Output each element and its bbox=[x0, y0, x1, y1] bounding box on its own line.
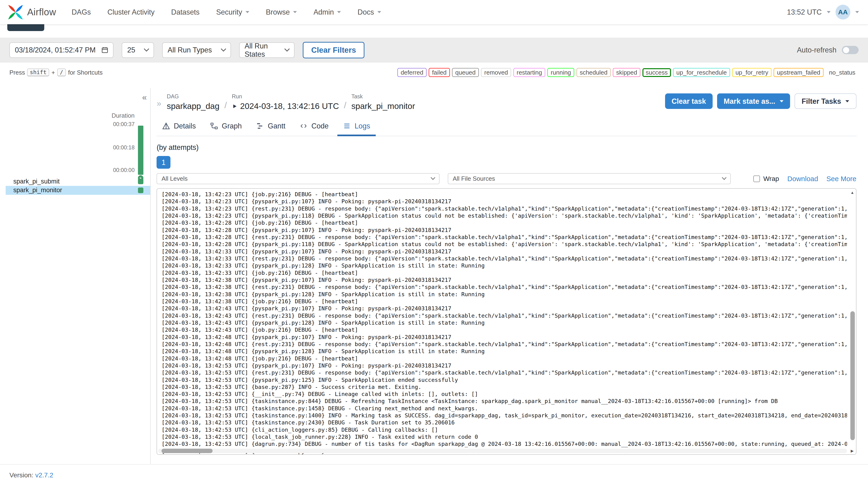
legend-badge-failed[interactable]: failed bbox=[429, 68, 450, 77]
log-line: [2024-03-18, 13:42:53 UTC] {dagrun.py:73… bbox=[161, 440, 847, 447]
logs-icon bbox=[343, 122, 351, 130]
nav-item-docs[interactable]: Docs bbox=[358, 8, 381, 16]
timezone-clock[interactable]: 13:52 UTC bbox=[787, 8, 822, 16]
task-row-spark_pi_submit[interactable]: spark_pi_submit bbox=[6, 177, 150, 186]
horizontal-scrollbar[interactable] bbox=[158, 449, 847, 453]
chevron-down-icon bbox=[246, 11, 249, 13]
legend-badge-scheduled[interactable]: scheduled bbox=[577, 68, 611, 77]
axis-tick: 00:00:00 bbox=[113, 167, 134, 173]
log-line: [2024-03-18, 13:42:28 UTC] {pyspark_pi.p… bbox=[161, 241, 847, 248]
log-line: [2024-03-18, 13:42:48 UTC] {rest.py:231}… bbox=[161, 341, 847, 348]
log-line: [2024-03-18, 13:42:53 UTC] {taskinstance… bbox=[161, 397, 847, 405]
run-states-select[interactable]: All Run States bbox=[239, 42, 294, 58]
nav-item-browse[interactable]: Browse bbox=[266, 8, 297, 16]
legend-badge-running[interactable]: running bbox=[547, 68, 574, 77]
download-link[interactable]: Download bbox=[787, 175, 818, 183]
vertical-scrollbar[interactable] bbox=[850, 195, 855, 448]
run-duration-bar[interactable] bbox=[138, 126, 144, 175]
legend-badge-queued[interactable]: queued bbox=[452, 68, 479, 77]
legend-badge-no_status[interactable]: no_status bbox=[826, 68, 859, 77]
attempt-1-button[interactable]: 1 bbox=[157, 156, 170, 169]
wrap-label: Wrap bbox=[763, 175, 779, 183]
code-icon bbox=[300, 122, 307, 130]
nav-item-admin[interactable]: Admin bbox=[314, 8, 341, 16]
shortcut-hint: Press shift + / for Shortcuts bbox=[9, 68, 103, 76]
nav-item-cluster-activity[interactable]: Cluster Activity bbox=[107, 8, 154, 16]
tab-gantt[interactable]: Gantt bbox=[251, 119, 291, 136]
legend-badge-up_for_reschedule[interactable]: up_for_reschedule bbox=[673, 68, 730, 77]
task-panel: » DAG sparkapp_dag / Run 2024-03-18, 13:… bbox=[151, 88, 863, 464]
breadcrumb-expand-icon[interactable]: » bbox=[157, 99, 161, 108]
log-line: [2024-03-18, 13:42:23 UTC] {job.py:216} … bbox=[161, 191, 847, 198]
run-types-select[interactable]: All Run Types bbox=[162, 42, 231, 58]
by-attempts-label: (by attempts) bbox=[157, 143, 856, 152]
tab-details[interactable]: Details bbox=[157, 119, 201, 136]
crumb-run-label: Run bbox=[232, 93, 339, 100]
version-link[interactable]: v2.7.2 bbox=[35, 471, 54, 479]
legend-badge-upstream_failed[interactable]: upstream_failed bbox=[774, 68, 824, 77]
tab-bar: Details Graph Gantt Code Logs bbox=[157, 119, 856, 136]
crumb-run-value: 2024-03-18, 13:42:16 UTC bbox=[232, 101, 339, 111]
task-state-square[interactable] bbox=[138, 188, 144, 193]
log-line: [2024-03-18, 13:42:38 UTC] {job.py:216} … bbox=[161, 298, 847, 305]
collapse-panel-button[interactable]: « bbox=[142, 92, 147, 102]
breadcrumb-separator: / bbox=[344, 100, 346, 110]
filter-tasks-button[interactable]: Filter Tasks bbox=[795, 93, 857, 109]
task-row-spark_pi_monitor[interactable]: spark_pi_monitor bbox=[6, 186, 150, 195]
legend-badge-deferred[interactable]: deferred bbox=[397, 68, 427, 77]
file-source-select[interactable]: All File Sources bbox=[448, 173, 731, 184]
log-line: [2024-03-18, 13:42:53 UTC] {taskinstance… bbox=[161, 412, 847, 419]
date-filter-value[interactable] bbox=[15, 46, 98, 54]
scroll-right-icon[interactable]: ▶ bbox=[851, 449, 854, 453]
page-size-select[interactable]: 25 bbox=[122, 42, 154, 58]
user-avatar[interactable]: AA bbox=[836, 5, 850, 20]
nav-item-security[interactable]: Security bbox=[216, 8, 249, 16]
task-name: spark_pi_monitor bbox=[13, 187, 62, 194]
legend-badge-success[interactable]: success bbox=[643, 68, 671, 77]
airflow-brand[interactable]: Airflow bbox=[8, 4, 56, 20]
legend-badge-up_for_retry[interactable]: up_for_retry bbox=[732, 68, 772, 77]
calendar-icon bbox=[101, 46, 108, 54]
task-name: spark_pi_submit bbox=[13, 178, 60, 185]
chevron-down-icon bbox=[827, 11, 831, 13]
log-level-select[interactable]: All Levels bbox=[157, 173, 439, 184]
clear-task-button[interactable]: Clear task bbox=[665, 93, 713, 109]
axis-tick: 00:00:37 bbox=[113, 121, 134, 128]
log-line: [2024-03-18, 13:42:28 UTC] {rest.py:231}… bbox=[161, 234, 847, 241]
scroll-up-icon[interactable]: ▲ bbox=[850, 190, 854, 195]
log-line: [2024-03-18, 13:42:48 UTC] {job.py:216} … bbox=[161, 355, 847, 362]
shift-key: shift bbox=[27, 68, 49, 76]
duration-label: Duration bbox=[112, 112, 135, 119]
version-label: Version: bbox=[9, 471, 33, 479]
log-line: [2024-03-18, 13:42:38 UTC] {rest.py:231}… bbox=[161, 284, 847, 291]
wrap-checkbox[interactable] bbox=[753, 175, 760, 182]
details-icon bbox=[162, 122, 170, 130]
vertical-scrollbar-thumb[interactable] bbox=[850, 311, 855, 440]
manual-run-icon bbox=[232, 103, 238, 109]
legend-badge-restarting[interactable]: restarting bbox=[514, 68, 545, 77]
clear-filters-button[interactable]: Clear Filters bbox=[303, 42, 365, 59]
auto-refresh-toggle[interactable] bbox=[842, 46, 859, 54]
horizontal-scrollbar-thumb[interactable] bbox=[161, 449, 212, 453]
see-more-link[interactable]: See More bbox=[826, 175, 856, 183]
nav-item-dags[interactable]: DAGs bbox=[71, 8, 91, 16]
log-line: [2024-03-18, 13:42:48 UTC] {pyspark_pi.p… bbox=[161, 348, 847, 355]
legend-badge-removed[interactable]: removed bbox=[481, 68, 511, 77]
state-legend: deferredfailedqueuedremovedrestartingrun… bbox=[397, 68, 859, 77]
date-filter-input[interactable] bbox=[9, 42, 114, 58]
task-state-square[interactable] bbox=[138, 179, 144, 184]
legend-badge-skipped[interactable]: skipped bbox=[613, 68, 640, 77]
chevron-down-icon bbox=[221, 46, 226, 52]
log-line: [2024-03-18, 13:42:53 UTC] {pyspark_pi.p… bbox=[161, 376, 847, 383]
content: « Duration 00:00:37 00:00:18 00:00:00 ▸ … bbox=[0, 88, 868, 464]
crumb-dag-value: sparkapp_dag bbox=[167, 101, 220, 111]
log-line: [2024-03-18, 13:42:53 UTC] {__init__.py:… bbox=[161, 390, 847, 397]
tab-code[interactable]: Code bbox=[294, 119, 334, 136]
log-line: [2024-03-18, 13:42:38 UTC] {pyspark_pi.p… bbox=[161, 277, 847, 284]
tab-logs[interactable]: Logs bbox=[337, 119, 376, 136]
mark-state-as-button[interactable]: Mark state as... bbox=[717, 93, 790, 109]
tab-graph[interactable]: Graph bbox=[205, 119, 247, 136]
subnav-strip bbox=[0, 24, 868, 37]
nav-item-datasets[interactable]: Datasets bbox=[171, 8, 199, 16]
log-line: [2024-03-18, 13:42:33 UTC] {pyspark_pi.p… bbox=[161, 262, 847, 269]
